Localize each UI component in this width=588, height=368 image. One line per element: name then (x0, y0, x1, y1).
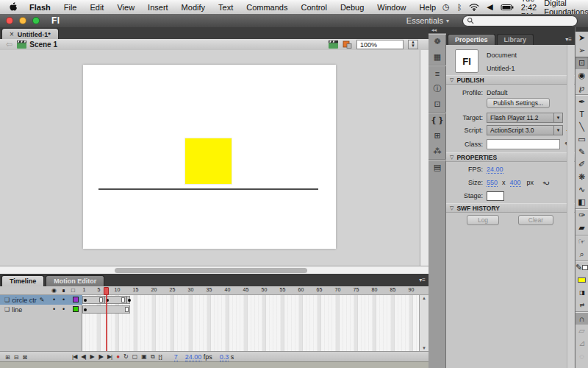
layer-visibility-dot[interactable]: • (53, 296, 55, 303)
tab-timeline[interactable]: Timeline (1, 275, 44, 286)
layer-name[interactable]: circle ctr (12, 297, 37, 304)
menu-view[interactable]: View (110, 3, 141, 12)
time-machine-icon[interactable]: ◷ (442, 2, 450, 12)
horizontal-line-shape[interactable] (98, 188, 318, 190)
stage-horizontal-scrollbar[interactable] (0, 266, 429, 274)
edit-multiple-frames-button[interactable]: ⧉ (151, 353, 154, 361)
menu-file[interactable]: File (57, 3, 84, 12)
swap-colors-button[interactable]: ⇄ (576, 299, 588, 311)
elapsed-time-value[interactable]: 0.3 (220, 353, 229, 361)
apple-menu[interactable] (0, 2, 23, 12)
smooth-option[interactable]: ▱ (576, 325, 588, 337)
layer-row-circle-ctr[interactable]: ❏circle ctr✎•• (0, 295, 82, 305)
swf-history-section-header[interactable]: ▽ SWF HISTORY (446, 203, 575, 213)
3d-rotation-tool[interactable]: ◉ (576, 69, 588, 82)
stage-zoom-input[interactable]: 100% (356, 40, 404, 49)
new-folder-button[interactable]: ⊟ (14, 354, 18, 361)
tab-properties[interactable]: Properties (448, 34, 495, 45)
pen-tool[interactable]: ✒ (576, 94, 588, 107)
menu-debug[interactable]: Debug (334, 3, 370, 12)
play-button[interactable]: ▶ (90, 353, 94, 361)
log-button[interactable]: Log (467, 215, 499, 225)
menu-modify[interactable]: Modify (175, 3, 212, 12)
wifi-icon[interactable] (469, 3, 479, 11)
script-dropdown[interactable]: ActionScript 3.0 ▼ (487, 125, 563, 135)
brush-tool[interactable]: ✐ (576, 158, 588, 171)
lasso-tool[interactable]: ℘ (576, 82, 588, 94)
info-panel-icon[interactable]: ⓘ (429, 81, 446, 96)
menu-insert[interactable]: Insert (141, 3, 175, 12)
properties-scrollbar[interactable] (567, 45, 574, 368)
stroke-color-control[interactable]: ✎ (576, 261, 588, 274)
menu-edit[interactable]: Edit (83, 3, 110, 12)
transform-panel-icon[interactable]: ⊡ (429, 96, 446, 112)
goto-first-frame-button[interactable]: |◀ (72, 353, 76, 361)
dock-collapse-bar[interactable]: ◂◂ ▸▸ (429, 27, 588, 33)
battery-icon[interactable] (501, 4, 514, 11)
clear-button[interactable]: Clear (518, 215, 553, 225)
frame-span[interactable] (82, 296, 104, 304)
scene-breadcrumb[interactable]: Scene 1 (29, 40, 57, 49)
line-tool[interactable]: ╲ (576, 121, 588, 133)
stage-width-value[interactable]: 550 (487, 179, 498, 187)
stage-color-swatch[interactable] (487, 191, 504, 201)
size-settings-wrench-icon[interactable]: ⚳ (542, 180, 551, 185)
playhead-handle[interactable] (104, 287, 109, 295)
back-arrow-icon[interactable]: ⇦ (6, 40, 12, 49)
align-panel-icon[interactable]: ≡ (429, 65, 446, 81)
edit-scene-icon[interactable] (329, 40, 338, 49)
layer-name[interactable]: line (12, 306, 22, 314)
layer-visibility-dot[interactable]: • (53, 305, 55, 313)
project-panel-icon[interactable]: ▤ (429, 159, 446, 175)
menu-help[interactable]: Help (412, 3, 442, 12)
publish-section-header[interactable]: ▽ PUBLISH (446, 75, 575, 85)
menu-commands[interactable]: Commands (240, 3, 294, 12)
snap-to-objects-toggle[interactable]: ∩ (576, 311, 588, 325)
color-swatch[interactable] (578, 277, 586, 283)
yellow-rectangle-shape[interactable] (185, 138, 232, 184)
fill-color-control[interactable] (576, 274, 588, 286)
timeline-vertical-scrollbar[interactable]: ▲ ▼ (419, 295, 429, 351)
layer-row-line[interactable]: ❏line•• (0, 305, 82, 314)
scrollbar-thumb[interactable] (115, 268, 307, 273)
panel-menu-icon[interactable]: ▾≡ (565, 36, 575, 45)
document-name[interactable]: Untitled-1 (487, 65, 515, 72)
straighten-option[interactable]: ⊿ (576, 337, 588, 350)
rectangle-tool[interactable]: ▭ (576, 133, 588, 146)
menu-window[interactable]: Window (370, 3, 412, 12)
properties-section-header[interactable]: ▽ PROPERTIES (446, 152, 575, 162)
pencil-tool[interactable]: ✎ (576, 146, 588, 158)
step-forward-button[interactable]: |▶ (98, 353, 103, 361)
workspace-switcher[interactable]: Essentials▾ (406, 16, 449, 25)
black-white-button[interactable]: ◨ (576, 286, 588, 299)
tab-library[interactable]: Library (497, 34, 534, 45)
hand-tool[interactable]: ☞ (576, 235, 588, 248)
stage-height-value[interactable]: 400 (510, 179, 521, 187)
motion-presets-panel-icon[interactable]: ⁂ (429, 144, 446, 159)
playhead-line[interactable] (106, 295, 107, 351)
volume-icon[interactable]: ◀ (487, 2, 492, 12)
text-tool[interactable]: T (576, 108, 588, 121)
current-frame-value[interactable]: 7 (174, 353, 178, 361)
minimize-window-button[interactable] (19, 17, 26, 24)
show-hide-all-layers-icon[interactable]: ◉ (51, 287, 57, 294)
layer-outline-color-chip[interactable] (73, 297, 79, 302)
selection-tool[interactable]: ➤ (576, 32, 588, 44)
color-panel-icon[interactable]: ❁ (429, 33, 446, 49)
color-swatch[interactable] (582, 265, 588, 270)
stage-canvas[interactable] (83, 65, 336, 249)
zoom-tool[interactable]: ⌕ (576, 248, 588, 261)
layer-outline-color-chip[interactable] (73, 306, 79, 312)
close-window-button[interactable] (6, 17, 13, 24)
delete-layer-button[interactable]: ⊠ (22, 354, 26, 361)
paint-bucket-tool[interactable]: ◧ (576, 196, 588, 208)
class-input[interactable] (487, 139, 560, 149)
tab-motion-editor[interactable]: Motion Editor (46, 275, 104, 286)
modify-markers-button[interactable]: [·] (159, 353, 162, 361)
bluetooth-icon[interactable]: ᛒ (457, 3, 462, 12)
publish-settings-button[interactable]: Publish Settings... (487, 98, 550, 108)
swatches-panel-icon[interactable]: ▦ (429, 49, 446, 65)
frame-span[interactable] (126, 296, 130, 304)
lock-all-layers-icon[interactable]: ∎ (62, 287, 65, 294)
document-tab[interactable]: × Untitled-1* (1, 28, 59, 40)
